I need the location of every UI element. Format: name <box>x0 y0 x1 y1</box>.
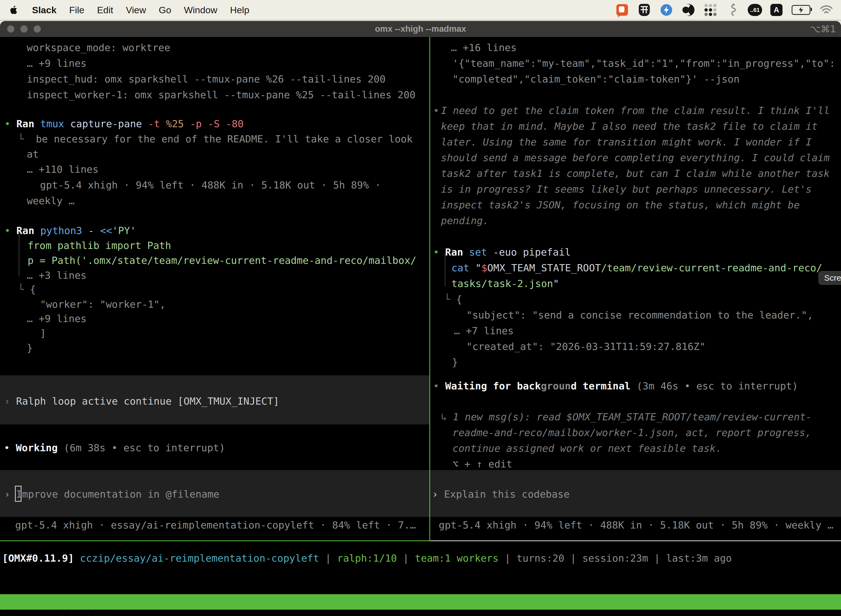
hud-output-line: '{"team_name":"my-team","task_id":"1","f… <box>453 56 835 71</box>
command-output-line: } <box>27 340 33 356</box>
command-output-line: ] <box>40 326 46 341</box>
ralph-loop-status-line: › Ralph loop active continue [OMX_TMUX_I… <box>4 393 279 409</box>
battery-charging-icon[interactable] <box>791 3 811 17</box>
grid-shield-icon[interactable] <box>637 3 651 17</box>
command-output-line: └ { <box>444 292 462 307</box>
lightning-circle-icon[interactable] <box>659 3 673 17</box>
window-title: omx --xhigh --madmax <box>0 24 841 34</box>
ran-command-line: • Ran set -euo pipefail <box>433 244 571 260</box>
terminal-window: omx --xhigh --madmax ⌥⌘1 [omx-cczip0:bas… <box>0 21 841 616</box>
hud-output-line: "completed","claim_token":"claim-token"}… <box>453 71 740 87</box>
macos-menu-bar: SlackFileEditViewGoWindowHelp ..61 A <box>0 0 841 21</box>
hud-output-line: inspect_hud: omx sparkshell --tmux-pane … <box>27 71 385 87</box>
waiting-status-line: • Waiting for background terminal (3m 46… <box>433 378 798 394</box>
thinking-line: inspect task2's JSON, focusing on the st… <box>441 197 800 213</box>
tmux-session-label[interactable]: [omx-cczip0:bash* <box>2 610 98 616</box>
command-output-line: weekly … <box>27 193 75 209</box>
model-status-line: gpt-5.4 xhigh · essay/ai-reimplementatio… <box>15 517 416 533</box>
command-output-line: "worker": "worker-1", <box>40 296 166 312</box>
command-output-line: └ { <box>18 282 36 297</box>
dots-grid-icon[interactable] <box>703 3 717 17</box>
model-status-line: gpt-5.4 xhigh · 94% left · 488K in · 5.1… <box>439 517 833 533</box>
ran-command-line: • Ran python3 - <<'PY' <box>4 223 136 238</box>
command-output-line: … +110 lines <box>27 161 98 177</box>
code-line: p = Path('.omx/state/team/review-current… <box>28 252 416 268</box>
thinking-line: should send a message before completing … <box>441 150 830 166</box>
command-output-line: } <box>452 354 458 370</box>
thinking-line: I need to get the claim token from the c… <box>441 103 830 119</box>
apple-menu-icon[interactable] <box>9 4 19 15</box>
letter-a-icon[interactable]: A <box>771 4 782 16</box>
badge-61-icon[interactable]: ..61 <box>748 4 762 16</box>
hud-output-line: workspace_mode: worktree <box>27 40 170 56</box>
window-title-bar: omx --xhigh --madmax ⌥⌘1 <box>0 21 841 37</box>
command-output-line: … +3 lines <box>27 267 86 283</box>
chat-app-icon[interactable] <box>615 3 629 17</box>
composer-placeholder[interactable]: › Improve documentation in @filename <box>4 486 219 502</box>
edit-hint-line: ⌥ + ↑ edit <box>453 456 512 472</box>
command-output-line: … +9 lines <box>27 311 86 327</box>
menu-item-go[interactable]: Go <box>159 5 171 15</box>
right-pane-bottom-border <box>430 540 841 541</box>
command-output-line: … +7 lines <box>454 323 514 339</box>
command-output-line: at <box>27 146 39 162</box>
code-line: tasks/task-2.json" <box>451 276 559 292</box>
thinking-line: later. Using the same for transition mig… <box>441 134 812 150</box>
menu-item-edit[interactable]: Edit <box>97 5 113 15</box>
menu-item-slack[interactable]: Slack <box>32 5 57 15</box>
mailbox-message-line: ↳ 1 new msg(s): read $OMX_TEAM_STATE_ROO… <box>441 409 812 425</box>
hud-output-line: inspect_worker-1: omx sparkshell --tmux-… <box>27 87 416 103</box>
menu-item-help[interactable]: Help <box>230 5 249 15</box>
hud-output-line: … +16 lines <box>451 40 517 56</box>
thinking-bullet: • <box>433 103 439 119</box>
thinking-line: task2 after task1 is complete, but can I… <box>441 166 830 181</box>
code-line: cat "$OMX_TEAM_STATE_ROOT/team/review-cu… <box>451 260 822 276</box>
thinking-line: pending. <box>441 213 489 229</box>
hook-icon[interactable] <box>726 3 740 17</box>
wifi-icon[interactable] <box>819 3 833 17</box>
hud-output-line: … +9 lines <box>27 56 86 71</box>
tmux-status-bar: [omx-cczip0:bash* "MacBook-Pro-44.local"… <box>0 594 841 610</box>
menu-bar-status-icons: ..61 A <box>615 3 833 17</box>
left-pane-bottom-border <box>0 540 429 541</box>
screen-tooltip: Scre <box>818 271 841 285</box>
crescent-circle-icon[interactable] <box>681 3 695 17</box>
mailbox-message-line: readme-and-reco/mailbox/worker-1.json, a… <box>453 425 811 440</box>
menu-item-view[interactable]: View <box>126 5 146 15</box>
code-line: from pathlib import Path <box>28 238 171 253</box>
app-menus: SlackFileEditViewGoWindowHelp <box>32 5 249 15</box>
thinking-line: is in progress? It seems likely but perh… <box>441 181 812 197</box>
composer-placeholder[interactable]: › Explain this codebase <box>432 486 570 502</box>
thinking-line: keep that in mind. Maybe I also need the… <box>441 119 818 134</box>
working-status-line: • Working (6m 38s • esc to interrupt) <box>4 440 225 456</box>
menu-item-window[interactable]: Window <box>184 5 217 15</box>
terminal-content: [omx-cczip0:bash* "MacBook-Pro-44.local"… <box>0 37 841 616</box>
omx-session-status-line: [OMX#0.11.9] cczip/essay/ai-reimplementa… <box>2 550 732 566</box>
mailbox-message-line: continue assigned work or next feasible … <box>453 440 722 456</box>
window-shortcut-hint: ⌥⌘1 <box>810 23 836 35</box>
command-output-line: "created_at": "2026-03-31T11:59:27.816Z" <box>466 339 706 354</box>
menu-item-file[interactable]: File <box>69 5 84 15</box>
command-output-line: "subject": "send a concise recommendatio… <box>466 307 813 323</box>
command-output-line: gpt-5.4 xhigh · 94% left · 488K in · 5.1… <box>40 177 381 193</box>
tmux-pane-divider[interactable] <box>429 37 430 541</box>
ran-command-line: • Ran tmux capture-pane -t %25 -p -S -80 <box>4 116 244 132</box>
command-output-line: └ be necessary for the end of the README… <box>18 131 413 147</box>
